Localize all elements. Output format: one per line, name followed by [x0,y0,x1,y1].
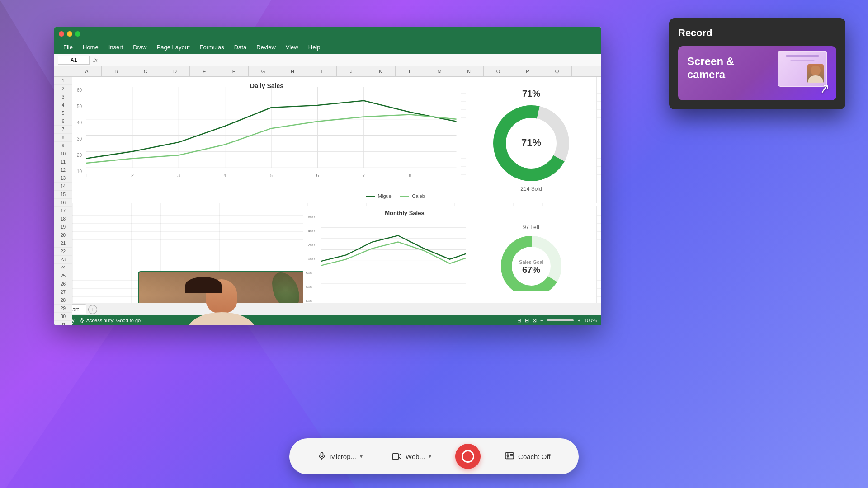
menu-data[interactable]: Data [230,42,251,52]
titlebar-maximize[interactable] [75,31,80,37]
right-chart-top: 71% 71% 214 Sold [466,77,597,203]
zoom-in-icon[interactable]: + [577,318,580,323]
microphone-button[interactable]: Microp... ▾ [312,449,368,464]
accessibility-icon [79,318,85,323]
cell-reference-input[interactable] [58,56,90,65]
row-29: 29 [54,305,72,313]
row-15: 15 [54,191,72,199]
menu-draw[interactable]: Draw [128,42,151,52]
menu-file[interactable]: File [59,42,77,52]
zoom-level: 100% [584,318,597,323]
row-headers: 1 2 3 4 5 6 7 8 9 10 11 12 13 14 15 16 1… [54,77,72,325]
row-25: 25 [54,272,72,280]
row-4: 4 [54,101,72,109]
row-11: 11 [54,158,72,166]
col-header-g[interactable]: G [249,66,278,76]
col-header-e[interactable]: E [190,66,219,76]
menu-review[interactable]: Review [252,42,280,52]
row-24: 24 [54,264,72,272]
col-header-i[interactable]: I [307,66,337,76]
row-19: 19 [54,223,72,231]
menu-view[interactable]: View [281,42,303,52]
row-2: 2 [54,85,72,93]
mini-screen-bar1 [786,55,819,57]
row-9: 9 [54,142,72,150]
row-8: 8 [54,134,72,142]
col-header-k[interactable]: K [366,66,396,76]
record-panel: Record Screen & camera ↗ [669,18,845,109]
row-7: 7 [54,126,72,134]
y-label-30: 30 [77,137,82,141]
svg-text:67%: 67% [522,265,540,275]
cursor-arrow-icon: ↗ [818,80,830,96]
menu-formulas[interactable]: Formulas [195,42,229,52]
menu-insert[interactable]: Insert [104,42,128,52]
col-header-q[interactable]: Q [542,66,572,76]
col-header-a[interactable]: A [72,66,102,76]
coach-button[interactable]: Coach: Off [499,449,556,464]
svg-text:4: 4 [223,173,226,178]
excel-status-bar: Ready Accessibility: Good to go ⊞ ⊟ ⊠ − … [54,315,601,325]
monthly-y-1000: 1000 [306,257,315,261]
row-28: 28 [54,296,72,305]
menu-page-layout[interactable]: Page Layout [152,42,194,52]
col-header-p[interactable]: P [513,66,542,76]
status-accessibility-text: Accessibility: Good to go [79,318,141,323]
svg-text:7: 7 [363,173,365,178]
record-button[interactable] [455,444,481,469]
column-headers: A B C D E F G H I J K L M N O P Q [54,66,601,77]
webcam-button[interactable]: Web... ▾ [387,450,437,463]
formula-bar: fx [54,54,601,66]
excel-body: 1 2 3 4 5 6 7 8 9 10 11 12 13 14 15 16 1… [54,77,601,325]
col-header-m[interactable]: M [425,66,454,76]
zoom-bar [547,319,574,321]
corner-cell [54,66,72,76]
titlebar-close[interactable] [59,31,64,37]
donut-chart-top: 71% [491,103,572,184]
coach-label: Coach: Off [518,453,550,460]
svg-text:6: 6 [316,173,319,178]
row-21: 21 [54,239,72,248]
monthly-y-1600: 1600 [306,215,315,219]
titlebar-minimize[interactable] [67,31,72,37]
y-label-60: 60 [77,88,82,93]
row-14: 14 [54,183,72,191]
record-panel-title: Record [678,27,836,39]
view-break-icon[interactable]: ⊠ [533,318,537,324]
record-option-screen-camera[interactable]: Screen & camera ↗ [678,46,836,100]
col-header-n[interactable]: N [454,66,484,76]
svg-text:8: 8 [409,173,411,178]
chart-legend: Miguel Caleb [366,193,425,199]
svg-point-36 [81,318,83,320]
col-header-j[interactable]: J [337,66,366,76]
menu-help[interactable]: Help [304,42,325,52]
col-header-h[interactable]: H [278,66,307,76]
zoom-out-icon[interactable]: − [540,318,543,323]
menu-home[interactable]: Home [78,42,103,52]
row-6: 6 [54,117,72,126]
col-header-d[interactable]: D [160,66,190,76]
webcam-label: Web... [406,453,425,460]
view-page-icon[interactable]: ⊟ [525,318,529,324]
excel-window: File Home Insert Draw Page Layout Formul… [54,27,601,325]
view-normal-icon[interactable]: ⊞ [517,318,521,324]
col-header-o[interactable]: O [484,66,513,76]
row-3: 3 [54,93,72,101]
add-sheet-button[interactable]: + [88,305,97,314]
status-right: ⊞ ⊟ ⊠ − + 100% [517,318,597,324]
record-button-inner [462,450,474,463]
donut-chart-bottom: Sales Goal 67% [495,232,567,291]
col-header-f[interactable]: F [219,66,249,76]
coach-icon [505,452,514,461]
row-12: 12 [54,166,72,174]
microphone-label: Microp... [330,453,356,460]
row-23: 23 [54,256,72,264]
col-header-b[interactable]: B [102,66,131,76]
right-chart-bottom: 97 Left Sales Goal 67% [466,206,597,310]
col-header-l[interactable]: L [396,66,425,76]
daily-sales-chart: Daily Sales 60 50 40 30 20 10 [72,77,461,203]
row-18: 18 [54,215,72,223]
col-header-c[interactable]: C [131,66,160,76]
row-13: 13 [54,174,72,183]
daily-sales-svg: 1 2 3 4 5 6 7 8 [86,87,457,184]
